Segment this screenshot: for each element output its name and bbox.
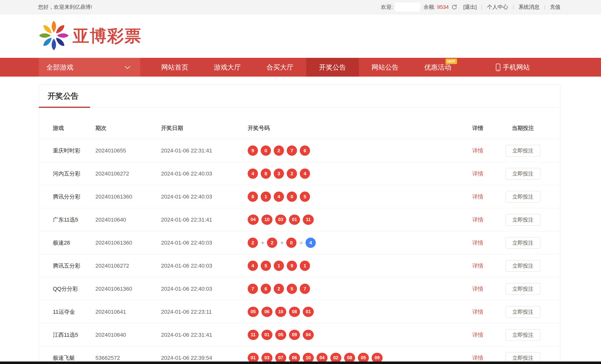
number-ball: 4: [248, 261, 258, 271]
detail-link[interactable]: 详情: [472, 147, 483, 154]
bet-button[interactable]: 立即投注: [506, 191, 540, 203]
draw-numbers: 1101050904: [248, 330, 463, 340]
table-row: 11运夺金20240106412024-01-06 22:23:11050610…: [39, 300, 560, 323]
table-row: 腾讯五分彩202401062722024-01-06 22:40:0345191…: [39, 254, 560, 277]
bet-cell: 立即投注: [493, 214, 553, 226]
nav-item-1[interactable]: 网站首页: [148, 58, 201, 77]
nav-item-6[interactable]: 优惠活动HOT: [411, 58, 464, 77]
nav-item-label: 网站首页: [161, 63, 188, 72]
table-row: 极速282024010613602024-01-06 22:40:032+2+0…: [39, 231, 560, 254]
nav-items: 网站首页游戏大厅合买大厅开奖公告网站公告优惠活动HOT手机网站: [148, 58, 542, 77]
logo-bar: 亚博彩票: [0, 14, 601, 58]
logout-link[interactable]: [退出]: [463, 4, 477, 11]
game-name: 腾讯分分彩: [53, 193, 95, 201]
bet-button[interactable]: 立即投注: [506, 145, 540, 156]
nav-item-7[interactable]: 手机网站: [484, 58, 542, 77]
system-message-link[interactable]: 系统消息: [519, 4, 540, 11]
draw-date: 2024-01-06 22:31:41: [161, 217, 248, 223]
detail-link[interactable]: 详情: [472, 170, 483, 177]
detail-cell: 详情: [463, 216, 493, 224]
number-ball: 7: [300, 284, 310, 294]
issue-number: 2024010641: [95, 309, 161, 315]
number-ball: 4: [274, 192, 284, 202]
bet-button[interactable]: 立即投注: [506, 214, 540, 226]
equals-sign: =: [299, 239, 303, 246]
balance-value: 9534: [437, 4, 449, 10]
detail-link[interactable]: 详情: [472, 285, 483, 293]
site-logo[interactable]: 亚博彩票: [38, 20, 142, 52]
topbar-right: 欢迎: 余额: 9534 [退出] | 个人中心 | 系统消息 | 充值: [381, 3, 563, 12]
sum-ball: 4: [306, 238, 316, 248]
number-ball: 8: [248, 192, 258, 202]
issue-number: 202401061360: [95, 194, 161, 200]
bet-cell: 立即投注: [493, 168, 553, 179]
number-ball: 2: [274, 284, 284, 294]
nav-item-2[interactable]: 游戏大厅: [201, 58, 254, 77]
topbar: 您好，欢迎来到亿鼎博! 欢迎: 余额: 9534 [退出] | 个人中心 | 系…: [0, 0, 601, 14]
game-name: 广东11选5: [53, 216, 95, 224]
lottery-announcement-card: 开奖公告 游戏 期次 开奖日期 开奖号码 详情 当期投注 重庆时时彩202401…: [39, 84, 560, 364]
bet-button[interactable]: 立即投注: [506, 283, 540, 295]
greeting-text: 您好，欢迎来到亿鼎博!: [38, 4, 92, 11]
game-name: 极速28: [53, 239, 95, 247]
issue-number: 53662572: [95, 355, 161, 361]
nav-item-4[interactable]: 开奖公告: [306, 58, 359, 77]
number-ball: 4: [300, 168, 310, 179]
detail-link[interactable]: 详情: [472, 308, 483, 316]
number-ball: 05: [248, 307, 259, 317]
separator: |: [481, 4, 483, 10]
nav-item-5[interactable]: 网站公告: [359, 58, 411, 77]
number-ball: 11: [248, 330, 259, 340]
bet-cell: 立即投注: [493, 145, 553, 156]
bet-cell: 立即投注: [493, 329, 553, 341]
bet-button[interactable]: 立即投注: [506, 306, 540, 318]
detail-link[interactable]: 详情: [472, 216, 483, 224]
bet-button[interactable]: 立即投注: [506, 260, 540, 272]
draw-numbers: 45191: [248, 261, 463, 271]
refresh-icon[interactable]: [451, 4, 457, 10]
issue-number: 20240106272: [95, 263, 161, 269]
detail-cell: 详情: [463, 239, 493, 247]
draw-date: 2024-01-06 22:40:03: [161, 170, 248, 177]
number-ball: 01: [289, 215, 300, 225]
bet-button[interactable]: 立即投注: [506, 237, 540, 249]
nav-item-label: 游戏大厅: [214, 63, 241, 72]
detail-link[interactable]: 详情: [472, 193, 483, 201]
all-games-label: 全部游戏: [46, 63, 73, 72]
number-ball: 1: [274, 261, 284, 271]
number-ball: 06: [261, 307, 272, 317]
number-ball: 01: [303, 307, 314, 317]
bet-button[interactable]: 立即投注: [506, 329, 540, 341]
recharge-link[interactable]: 充值: [550, 4, 560, 11]
bet-cell: 立即投注: [493, 260, 553, 272]
detail-link[interactable]: 详情: [472, 331, 483, 339]
number-ball: 01: [261, 330, 272, 340]
user-center-link[interactable]: 个人中心: [487, 4, 508, 11]
col-header-date: 开奖日期: [161, 124, 248, 132]
nav-item-label: 手机网站: [503, 63, 530, 72]
detail-link[interactable]: 详情: [472, 262, 483, 270]
username-box[interactable]: [395, 3, 420, 12]
number-ball: 2: [274, 145, 284, 156]
chevron-down-icon: [125, 64, 130, 69]
separator: |: [513, 4, 514, 10]
table-row: 江西11选520240106402024-01-06 22:31:4111010…: [39, 323, 560, 346]
hot-badge: HOT: [445, 59, 457, 64]
nav-item-3[interactable]: 合买大厅: [254, 58, 306, 77]
bet-button[interactable]: 立即投注: [506, 168, 540, 179]
number-ball: 11: [303, 215, 314, 225]
all-games-dropdown[interactable]: 全部游戏: [39, 58, 140, 77]
detail-link[interactable]: 详情: [472, 354, 483, 362]
number-ball: 03: [275, 215, 286, 225]
nav-item-label: 合买大厅: [266, 63, 293, 72]
detail-link[interactable]: 详情: [472, 239, 483, 247]
number-ball: 4: [248, 168, 258, 179]
col-header-game: 游戏: [53, 124, 95, 132]
draw-date: 2024-01-06 22:31:41: [161, 147, 248, 154]
draw-numbers: 0506100801: [248, 307, 463, 317]
draw-date: 2024-01-06 22:40:03: [161, 194, 248, 200]
welcome-label: 欢迎:: [381, 4, 393, 11]
number-ball: 5: [300, 192, 310, 202]
col-header-issue: 期次: [95, 124, 161, 132]
detail-cell: 详情: [463, 285, 493, 293]
